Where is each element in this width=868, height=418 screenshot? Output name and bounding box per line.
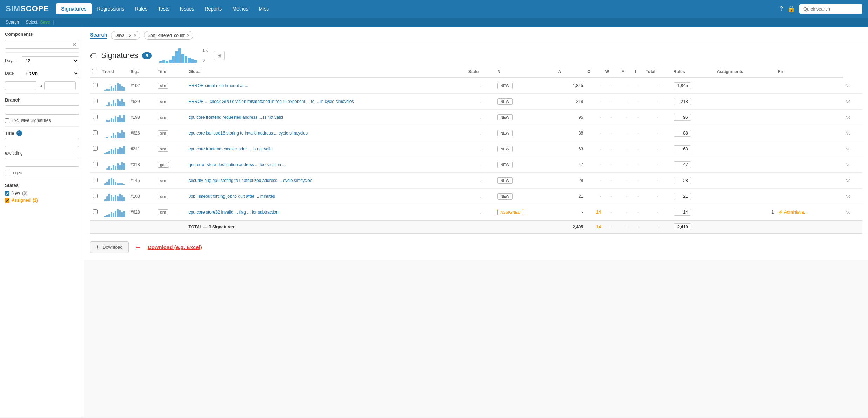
state-badge[interactable]: NEW: [497, 146, 513, 152]
row-checkbox[interactable]: [93, 194, 98, 198]
sub-nav-select[interactable]: Select: [26, 20, 37, 25]
quick-search-input[interactable]: [799, 4, 862, 14]
components-label: Components: [5, 32, 79, 37]
title-cell[interactable]: security bug gpu storing to unathorized …: [187, 173, 466, 189]
download-button[interactable]: ⬇ Download: [90, 241, 129, 253]
days-select[interactable]: 12 7 30: [22, 56, 79, 65]
trend-bar: [119, 210, 121, 217]
row-checkbox-cell: [90, 94, 100, 110]
w-cell: ·: [619, 189, 633, 204]
state-badge[interactable]: NEW: [497, 114, 513, 120]
nav-rules[interactable]: Rules: [130, 3, 152, 14]
trend-bar: [108, 151, 110, 154]
title-help-icon[interactable]: ?: [16, 130, 22, 136]
row-checkbox[interactable]: [93, 178, 98, 182]
a-cell: ·: [585, 125, 603, 141]
title-cell[interactable]: gen error store destination address ... …: [187, 157, 466, 173]
exclusive-checkbox[interactable]: [5, 118, 9, 123]
state-cell: NEW: [495, 78, 556, 94]
date-to-input[interactable]: [44, 81, 76, 90]
nav-misc[interactable]: Misc: [254, 3, 274, 14]
row-checkbox[interactable]: [93, 83, 98, 87]
branch-input[interactable]: [5, 105, 79, 115]
trend-bar: [117, 117, 119, 122]
date-select[interactable]: Hit On Created: [22, 69, 79, 78]
lock-icon[interactable]: 🔒: [787, 5, 795, 13]
filter-days-close[interactable]: ×: [134, 33, 136, 38]
row-checkbox[interactable]: [93, 130, 98, 135]
row-checkbox[interactable]: [93, 209, 98, 214]
total-checkbox-col: [90, 220, 100, 234]
total-rules-col: [715, 220, 776, 234]
title-cell[interactable]: cpu core frontend checker addr ... is no…: [187, 141, 466, 157]
filter-days-tag[interactable]: Days: 12 ×: [111, 31, 140, 40]
state-badge[interactable]: NEW: [497, 177, 513, 184]
title-input[interactable]: [5, 138, 79, 147]
row-checkbox[interactable]: [93, 162, 98, 166]
chart-toggle-btn[interactable]: ⊞: [214, 51, 225, 60]
chart-labels: 1 K 0: [202, 48, 208, 63]
sig-type-cell: sim: [155, 110, 186, 125]
trend-bar: [106, 105, 108, 106]
title-cell[interactable]: cpu core store32 Invalid ... flag ... fo…: [187, 204, 466, 221]
trend-bar: [119, 194, 121, 201]
title-cell[interactable]: cpu core lsu load16 storing to invalid a…: [187, 125, 466, 141]
trend-bar: [115, 116, 116, 122]
trend-bar: [106, 137, 108, 138]
state-badge[interactable]: NEW: [497, 98, 513, 105]
col-n: N: [495, 66, 556, 78]
title-cell[interactable]: cpu core frontend requested address ... …: [187, 110, 466, 125]
trend-bar: [123, 163, 125, 170]
excluding-input[interactable]: [5, 158, 79, 167]
state-new-checkbox[interactable]: [5, 191, 9, 196]
sig-num-cell: #211: [128, 141, 155, 157]
nav-reports[interactable]: Reports: [200, 3, 227, 14]
trend-bar: [111, 104, 112, 106]
state-assigned-checkbox[interactable]: [5, 198, 9, 203]
i-cell: ·: [643, 173, 671, 189]
state-badge[interactable]: NEW: [497, 193, 513, 200]
download-link[interactable]: Download (e.g. Excel): [148, 244, 202, 250]
state-badge[interactable]: NEW: [497, 162, 513, 168]
date-from-input[interactable]: [5, 81, 36, 90]
assignments-cell[interactable]: ⚡ Administra...: [776, 204, 843, 221]
nav-metrics[interactable]: Metrics: [227, 3, 253, 14]
total-cell: 47: [672, 157, 715, 173]
components-clear-btn[interactable]: ⊗: [73, 41, 77, 47]
col-trend: Trend: [100, 66, 128, 78]
sig-num-cell: #198: [128, 110, 155, 125]
components-input[interactable]: [5, 40, 79, 49]
state-badge[interactable]: NEW: [497, 130, 513, 136]
w-cell: ·: [619, 204, 633, 221]
state-badge[interactable]: NEW: [497, 83, 513, 89]
state-badge[interactable]: ASSIGNED: [497, 209, 523, 215]
sub-nav-save[interactable]: Save: [40, 20, 50, 25]
title-cell[interactable]: ERROR simulation timeout at ...: [187, 78, 466, 94]
trend-bar: [113, 150, 114, 154]
row-checkbox[interactable]: [93, 146, 98, 151]
total-sig-col: [128, 220, 155, 234]
chart-bar-5: [172, 56, 175, 63]
chart-bar-6: [175, 51, 178, 63]
sig-type-badge: sim: [158, 209, 168, 215]
nav-right: ? 🔒: [780, 4, 862, 14]
trend-bar: [119, 101, 121, 106]
help-icon[interactable]: ?: [780, 5, 783, 13]
search-tab[interactable]: Search: [90, 32, 107, 39]
filter-sort-tag[interactable]: Sort: -filtered_count ×: [144, 31, 193, 40]
regex-checkbox[interactable]: [5, 171, 9, 175]
select-all-checkbox[interactable]: [92, 69, 96, 73]
row-checkbox[interactable]: [93, 99, 98, 103]
total-n: 2,405: [556, 220, 585, 234]
nav-regressions[interactable]: Regressions: [92, 3, 129, 14]
nav-signatures[interactable]: Signatures: [56, 3, 91, 14]
nav-issues[interactable]: Issues: [175, 3, 199, 14]
title-cell[interactable]: ERROR ... check GPU division mismatched …: [187, 94, 466, 110]
title-cell[interactable]: Job Timeout forcing job to quit after ..…: [187, 189, 466, 204]
date-row: Date Hit On Created: [5, 69, 79, 78]
sub-nav-search[interactable]: Search: [6, 20, 19, 25]
nav-tests[interactable]: Tests: [153, 3, 174, 14]
filter-sort-close[interactable]: ×: [187, 33, 190, 38]
a-cell: ·: [585, 189, 603, 204]
row-checkbox[interactable]: [93, 115, 98, 119]
